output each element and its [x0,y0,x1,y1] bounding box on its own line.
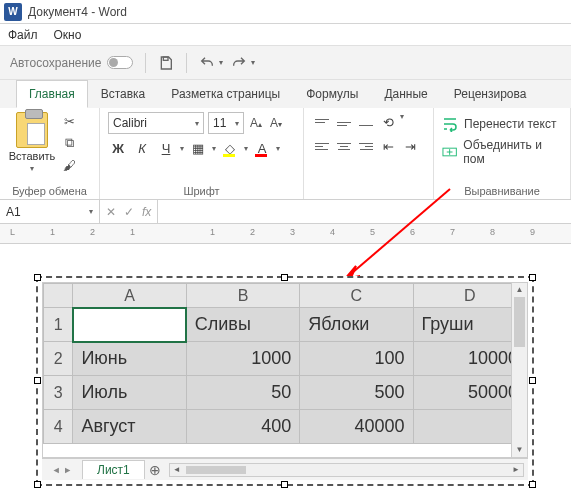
resize-handle[interactable] [34,377,41,384]
font-size-combo[interactable]: 11▾ [208,112,244,134]
svg-rect-0 [164,57,169,60]
format-painter-icon[interactable]: 🖌 [60,156,78,174]
align-bottom-icon[interactable] [356,112,376,132]
resize-handle[interactable] [529,274,536,281]
cell[interactable]: Яблоки [300,308,413,342]
cell[interactable] [413,410,526,444]
tab-review[interactable]: Рецензирова [441,80,540,108]
wrap-text-button[interactable]: Перенести текст [442,116,562,132]
scroll-up-icon[interactable]: ▲ [512,283,527,297]
cell[interactable]: 10000 [413,342,526,376]
cell[interactable]: Август [73,410,186,444]
vertical-scrollbar[interactable]: ▲ ▼ [511,283,527,457]
autosave-label: Автосохранение [10,56,101,70]
cell[interactable]: 500 [300,376,413,410]
shrink-font-icon[interactable]: A▾ [268,116,284,130]
row-header[interactable]: 1 [44,308,73,342]
align-right-icon[interactable] [356,136,376,156]
toggle-off-icon[interactable] [107,56,133,69]
paste-label: Вставить [9,150,56,162]
cell[interactable] [73,308,186,342]
resize-handle[interactable] [529,377,536,384]
align-center-icon[interactable] [334,136,354,156]
scroll-thumb[interactable] [514,297,525,347]
increase-indent-icon[interactable]: ⇥ [400,136,420,156]
border-button[interactable]: ▦ [188,138,208,158]
scroll-right-icon[interactable]: ► [509,464,523,476]
window-title: Документ4 - Word [28,5,127,19]
cell[interactable]: Груши [413,308,526,342]
italic-button[interactable]: К [132,138,152,158]
sheet-tab[interactable]: Лист1 [82,460,145,479]
align-top-icon[interactable] [312,112,332,132]
resize-handle[interactable] [34,481,41,488]
orientation-icon[interactable]: ⟲ [378,112,398,132]
cell[interactable]: 400 [186,410,299,444]
cell[interactable]: Сливы [186,308,299,342]
ribbon-tabs: Главная Вставка Разметка страницы Формул… [0,80,571,108]
undo-icon[interactable] [199,55,215,71]
merge-button[interactable]: Объединить и пом [442,138,562,166]
merge-icon [442,144,457,160]
cell[interactable]: 50 [186,376,299,410]
sheet-nav[interactable]: ◄ ► [42,465,82,475]
redo-icon[interactable] [231,55,247,71]
font-name-value: Calibri [113,116,147,130]
horizontal-scrollbar[interactable]: ◄ ► [169,463,524,477]
row-header[interactable]: 4 [44,410,73,444]
column-header[interactable]: B [186,284,299,308]
row-header[interactable]: 2 [44,342,73,376]
grow-font-icon[interactable]: A▴ [248,116,264,130]
sheet-tab-bar: ◄ ► Лист1 ⊕ ◄ ► [42,458,528,480]
resize-handle[interactable] [281,274,288,281]
font-color-button[interactable]: A [252,138,272,158]
font-name-combo[interactable]: Calibri▾ [108,112,204,134]
row-header[interactable]: 3 [44,376,73,410]
cell[interactable]: 100 [300,342,413,376]
tab-home[interactable]: Главная [16,80,88,108]
underline-button[interactable]: Ч [156,138,176,158]
cell[interactable]: 50000 [413,376,526,410]
paste-button[interactable]: Вставить ▾ [8,112,56,174]
embedded-spreadsheet-object[interactable]: A B C D 1 Сливы Яблоки Груши 2 Июнь [36,276,534,486]
menu-file[interactable]: Файл [8,28,38,42]
decrease-indent-icon[interactable]: ⇤ [378,136,398,156]
column-header[interactable]: C [300,284,413,308]
menu-window[interactable]: Окно [54,28,82,42]
title-bar: W Документ4 - Word [0,0,571,24]
scroll-down-icon[interactable]: ▼ [512,443,527,457]
cell[interactable]: 1000 [186,342,299,376]
resize-handle[interactable] [281,481,288,488]
column-header[interactable]: D [413,284,526,308]
scroll-left-icon[interactable]: ◄ [170,464,184,476]
quick-access-toolbar: Автосохранение ▾ ▾ [0,46,571,80]
tab-page-layout[interactable]: Разметка страницы [158,80,293,108]
wrap-text-label: Перенести текст [464,117,556,131]
cell[interactable]: 40000 [300,410,413,444]
add-sheet-button[interactable]: ⊕ [145,462,165,478]
word-app-icon: W [4,3,22,21]
cell[interactable]: Июль [73,376,186,410]
align-middle-icon[interactable] [334,112,354,132]
bold-button[interactable]: Ж [108,138,128,158]
tab-data[interactable]: Данные [371,80,440,108]
document-area: A B C D 1 Сливы Яблоки Груши 2 Июнь [0,244,571,504]
cell[interactable]: Июнь [73,342,186,376]
cut-icon[interactable]: ✂ [60,112,78,130]
resize-handle[interactable] [34,274,41,281]
font-size-value: 11 [213,116,226,130]
resize-handle[interactable] [529,481,536,488]
worksheet-grid[interactable]: A B C D 1 Сливы Яблоки Груши 2 Июнь [42,282,528,458]
tab-insert[interactable]: Вставка [88,80,159,108]
select-all-corner[interactable] [44,284,73,308]
fill-color-button[interactable]: ◇ [220,138,240,158]
autosave-toggle[interactable]: Автосохранение [10,56,133,70]
column-header[interactable]: A [73,284,186,308]
align-left-icon[interactable] [312,136,332,156]
save-icon[interactable] [158,55,174,71]
copy-icon[interactable]: ⧉ [60,134,78,152]
merge-label: Объединить и пом [463,138,562,166]
wrap-text-icon [442,116,458,132]
tab-formulas[interactable]: Формулы [293,80,371,108]
scroll-thumb[interactable] [186,466,246,474]
